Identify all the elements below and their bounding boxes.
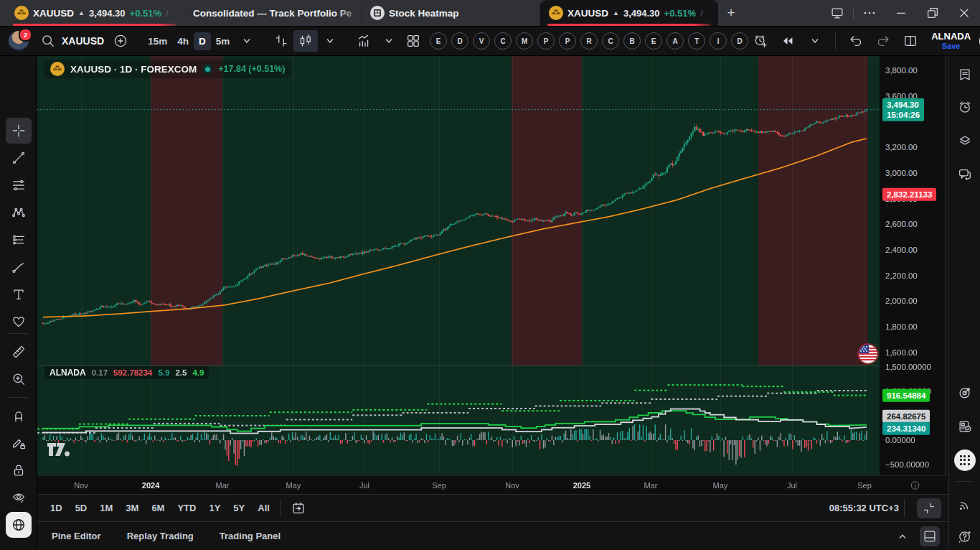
chart-legend[interactable]: XAUUSD · 1D · FOREXCOM +17.84 (+0.51%) [44,60,291,78]
close-icon[interactable] [948,0,980,26]
compare-add-symbol-button[interactable] [108,30,133,52]
quick-indicator-p-5[interactable]: P [537,32,555,50]
restore-icon[interactable] [917,0,948,26]
range-ytd[interactable]: YTD [171,499,202,517]
quick-indicator-c-3[interactable]: C [494,32,512,50]
time-label-month[interactable]: Jul [359,481,369,490]
minimize-icon[interactable] [885,0,917,26]
range-6m[interactable]: 6M [146,499,170,517]
time-label-month[interactable]: Nov [74,481,88,490]
indicator-legend[interactable]: ALNADA 0.17592.782345.92.54.9 [44,366,209,379]
interval-chevron-down-icon[interactable] [235,30,259,52]
zoom-in-tool[interactable] [6,366,32,392]
signal-button[interactable] [954,494,976,516]
tab-stock-heatmap[interactable]: Stock Heatmap [362,0,540,26]
info-icon[interactable] [910,480,920,490]
time-label-month[interactable]: Mar [644,481,658,490]
clock-timezone[interactable]: 08:55:32 UTC+3 [829,503,899,513]
adjust-scale-icon[interactable] [917,498,941,518]
time-label-month[interactable]: May [713,481,728,490]
range-all[interactable]: All [252,499,275,517]
time-label-month[interactable]: Sep [857,481,872,490]
lock-all-tool[interactable] [6,457,32,483]
ruler-tool[interactable] [6,339,32,365]
interval-5m[interactable]: 5m [211,32,235,50]
trading-panel-button[interactable]: Trading Panel [220,531,281,541]
strategy-tester-button[interactable] [954,416,976,437]
ideas-target-button[interactable] [954,382,976,404]
range-3m[interactable]: 3M [120,499,144,517]
trend-line-tool[interactable] [6,145,32,171]
chat-button[interactable] [954,164,976,185]
interval-d[interactable]: D [194,32,211,50]
quick-indicator-d-14[interactable]: D [731,32,748,50]
quick-indicator-i-13[interactable]: I [710,32,727,50]
xabcd-pattern-tool[interactable] [6,200,32,225]
time-label-month[interactable]: Mar [216,481,230,490]
undo-icon[interactable] [844,30,868,52]
tab-consolidated-track-portf[interactable]: Consolidated — Track Portfolio Pe [184,0,361,26]
go-to-date-icon[interactable] [286,498,311,519]
time-axis[interactable]: Nov2024MarMayJulSepNov2025MarMayJulSep [37,475,948,494]
market-status-icon[interactable] [202,64,212,74]
new-tab-button[interactable]: + [718,0,744,26]
object-tree-button[interactable] [954,130,976,152]
forecast-position-tool[interactable] [6,227,32,253]
indicators-chevron-down-icon[interactable] [377,30,401,52]
quick-indicator-r-7[interactable]: R [580,32,598,50]
layout-select-icon[interactable] [898,30,923,52]
drawing-lock-tool[interactable] [6,430,32,456]
range-1m[interactable]: 1M [94,499,118,517]
range-1y[interactable]: 1Y [203,499,226,517]
bar-style-icon[interactable] [269,30,293,52]
text-tool[interactable] [6,281,32,307]
screens-icon[interactable] [821,0,853,26]
globe-tool[interactable] [6,512,32,538]
interval-15m[interactable]: 15m [143,32,172,50]
crosshair-tool[interactable] [6,118,32,144]
hide-all-tool[interactable] [6,485,32,511]
redo-icon[interactable] [871,30,895,52]
chart-area[interactable]: XAUUSD · 1D · FOREXCOM +17.84 (+0.51%) A… [37,56,880,475]
quick-indicator-t-12[interactable]: T [688,32,705,50]
time-label-year[interactable]: 2025 [573,481,590,490]
magnet-tool[interactable] [6,403,32,429]
quick-indicator-m-4[interactable]: M [516,32,533,50]
time-label-month[interactable]: Jul [787,481,797,490]
pine-editor-button[interactable]: Pine Editor [52,531,101,541]
tab-xauusd[interactable]: XAUUSD▲3,494.30+0.51%/ [6,0,184,26]
alerts-clock-button[interactable] [954,96,976,118]
range-5y[interactable]: 5Y [227,499,250,517]
quick-indicator-a-11[interactable]: A [666,32,684,50]
save-label[interactable]: Save [942,42,961,50]
quick-indicator-b-9[interactable]: B [623,32,641,50]
interval-4h[interactable]: 4h [172,32,194,50]
brush-tool[interactable] [6,254,32,280]
help-sparkle-button[interactable] [954,526,976,547]
quick-indicator-e-0[interactable]: E [430,32,447,50]
time-label-year[interactable]: 2024 [142,481,159,490]
candles-style-button[interactable] [293,30,318,52]
more-options-icon[interactable] [854,0,885,26]
range-5d[interactable]: 5D [70,499,93,517]
flag-marker-icon[interactable] [859,345,877,363]
watchlist-button[interactable] [954,64,976,85]
account-menu[interactable]: ALNADA Save [931,32,971,50]
indicator-templates-icon[interactable] [401,30,425,52]
time-label-month[interactable]: Sep [432,481,446,490]
tab-xauusd[interactable]: XAUUSD▲3,494.30+0.51%/ [540,0,718,26]
time-label-month[interactable]: Nov [505,481,519,490]
range-1d[interactable]: 1D [44,499,68,517]
tradingview-logo[interactable] [46,439,75,460]
replay-chevron-down-icon[interactable] [803,30,827,52]
expand-panel-chevron-up-icon[interactable] [892,526,913,546]
quick-indicator-v-2[interactable]: V [473,32,490,50]
toggle-panel-icon[interactable] [920,526,940,546]
price-scale[interactable]: 3,800.003,600.003,200.003,000.002,800.00… [880,56,948,475]
quick-indicator-c-8[interactable]: C [602,32,619,50]
bar-replay-icon[interactable] [776,30,800,52]
create-alert-icon[interactable] [748,30,773,52]
time-label-month[interactable]: May [286,481,301,490]
quick-indicator-e-10[interactable]: E [645,32,662,50]
style-chevron-down-icon[interactable] [318,30,342,52]
